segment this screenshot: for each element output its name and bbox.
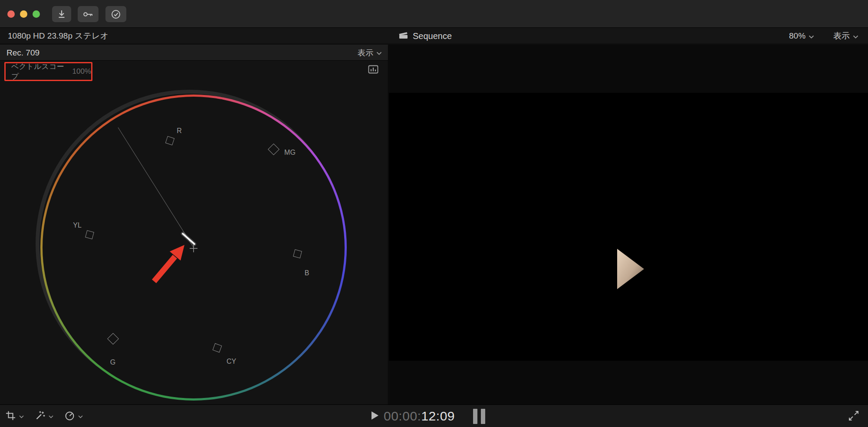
wand-icon xyxy=(35,410,46,422)
timecode-seconds-frames: 12:09 xyxy=(421,409,455,423)
colorspace-label: Rec. 709 xyxy=(7,45,39,61)
app-window: 1080p HD 23.98p ステレオ Sequence 80% 表示 Rec… xyxy=(0,0,868,427)
chevron-down-icon xyxy=(809,31,814,41)
keywords-button[interactable] xyxy=(78,6,99,22)
viewer-toolbar: 00:00:12:09 xyxy=(0,404,868,427)
transport-controls: 00:00:12:09 xyxy=(372,405,455,427)
scope-header: Rec. 709 表示 xyxy=(0,45,388,61)
scope-type-label: ベクトルスコープ xyxy=(11,62,69,81)
vectorscope-target-label: MG xyxy=(284,149,296,156)
retime-dropdown-button[interactable] xyxy=(64,405,83,427)
window-controls xyxy=(7,10,40,18)
import-icon xyxy=(56,9,67,20)
video-frame xyxy=(389,93,868,361)
viewer-zoom-dropdown[interactable]: 80% xyxy=(789,28,814,44)
vectorscope-target-label: CY xyxy=(227,358,236,365)
play-icon xyxy=(372,411,378,421)
audio-meter-left[interactable] xyxy=(473,409,477,424)
timecode-display[interactable]: 00:00:12:09 xyxy=(384,409,455,424)
fullscreen-icon xyxy=(848,416,859,423)
crop-icon xyxy=(5,410,16,422)
zoom-value: 80% xyxy=(789,31,806,41)
vectorscope-target-label: YL xyxy=(73,222,82,229)
background-tasks-button[interactable] xyxy=(105,6,126,22)
chevron-down-icon xyxy=(853,31,858,41)
sequence-label: Sequence xyxy=(413,31,452,41)
key-icon xyxy=(82,9,94,20)
vectorscope-target-label: G xyxy=(110,359,115,366)
viewer-view-dropdown[interactable]: 表示 xyxy=(833,28,858,44)
project-format-label: 1080p HD 23.98p ステレオ xyxy=(8,28,108,44)
chevron-down-icon xyxy=(376,48,382,57)
viewer-header-row: 1080p HD 23.98p ステレオ Sequence 80% 表示 xyxy=(0,28,868,44)
close-window-button[interactable] xyxy=(7,10,15,18)
scope-display-settings-button[interactable] xyxy=(367,64,379,77)
scope-view-label: 表示 xyxy=(358,48,373,58)
video-play-triangle xyxy=(617,249,644,289)
vectorscope-hue-ring xyxy=(40,95,347,401)
histogram-icon xyxy=(367,71,379,77)
crop-dropdown-button[interactable] xyxy=(5,405,24,427)
view-label: 表示 xyxy=(833,30,850,42)
enhancements-dropdown-button[interactable] xyxy=(35,405,53,427)
titlebar xyxy=(0,0,868,28)
scope-view-dropdown[interactable]: 表示 xyxy=(358,45,382,61)
audio-meter-right[interactable] xyxy=(481,409,485,424)
scope-scale-label: 100% xyxy=(72,67,91,76)
fullscreen-button[interactable] xyxy=(848,410,859,423)
video-scopes-panel: Rec. 709 表示 ベクトルスコープ 100% R MG B xyxy=(0,45,388,404)
chevron-down-icon xyxy=(49,413,53,420)
zoom-window-button[interactable] xyxy=(33,10,40,18)
vectorscope-target-label: B xyxy=(305,269,309,277)
minimize-window-button[interactable] xyxy=(20,10,27,18)
timecode-hours-minutes: 00:00: xyxy=(384,409,421,423)
sequence-title: Sequence xyxy=(398,28,452,44)
clapperboard-icon xyxy=(398,30,408,42)
vectorscope-label-highlight: ベクトルスコープ 100% xyxy=(4,62,92,81)
import-button[interactable] xyxy=(52,6,71,22)
vectorscope-target-label: R xyxy=(177,127,182,135)
viewer-panel xyxy=(389,45,868,404)
chevron-down-icon xyxy=(19,413,24,420)
chevron-down-icon xyxy=(78,413,83,420)
play-button[interactable] xyxy=(372,411,378,421)
check-circle-icon xyxy=(111,9,121,20)
retime-icon xyxy=(64,410,75,422)
